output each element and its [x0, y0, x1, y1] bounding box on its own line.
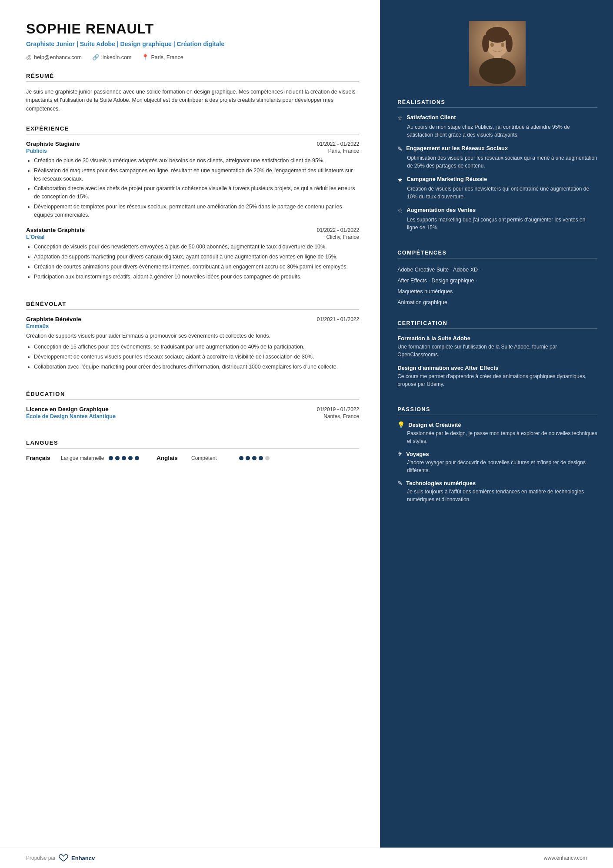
realisation-item-3: ★ Campagne Marketing Réussie Création de…: [397, 176, 597, 201]
exp-title-1: Graphiste Stagiaire: [26, 141, 80, 147]
passion-desc-1: Passionnée par le design, je passe mon t…: [397, 429, 597, 445]
cert-title-2: Design d'animation avec After Effects: [397, 365, 597, 371]
dot: [115, 456, 120, 460]
dot: [246, 456, 250, 460]
dot: [259, 456, 263, 460]
candidate-name: SOPHIE RENAULT: [26, 21, 359, 37]
dot: [239, 456, 243, 460]
lightbulb-icon: 💡: [397, 421, 405, 428]
realisation-title-4: Augmentation des Ventes: [406, 207, 476, 214]
pencil-icon-1: ✎: [397, 145, 403, 152]
cert-item-1: Formation à la Suite Adobe Une formation…: [397, 335, 597, 359]
benevolat-bullets: Conception de 15 affiches pour des événe…: [26, 343, 359, 371]
svg-point-7: [479, 58, 516, 84]
contact-location: 📍 Paris, France: [142, 54, 183, 60]
dot: [252, 456, 257, 460]
realisation-desc-2: Optimisation des visuels pour les réseau…: [397, 154, 597, 170]
exp-location-2: Clichy, France: [326, 234, 359, 240]
email-text: help@enhancv.com: [34, 54, 82, 60]
benevolat-item-1: Graphiste Bénévole 01/2021 - 01/2022 Emm…: [26, 316, 359, 371]
candidate-tagline: Graphiste Junior | Suite Adobe | Design …: [26, 40, 359, 49]
section-title-experience: EXPÉRIENCE: [26, 125, 359, 134]
left-column: SOPHIE RENAULT Graphiste Junior | Suite …: [0, 0, 380, 848]
realisation-item-1: ☆ Satisfaction Client Au cours de mon st…: [397, 114, 597, 139]
section-title-langues: LANGUES: [26, 439, 359, 449]
benevolat-header: Graphiste Bénévole 01/2021 - 01/2022: [26, 316, 359, 322]
edu-item-1: Licence en Design Graphique 01/2019 - 01…: [26, 406, 359, 419]
benevolat-dates: 01/2021 - 01/2022: [317, 316, 359, 322]
benevolat-desc: Création de supports visuels pour aider …: [26, 332, 359, 340]
realisation-header-4: ☆ Augmentation des Ventes: [397, 207, 597, 214]
bullet-item: Création de courtes animations pour dive…: [34, 263, 359, 271]
star-filled-icon: ★: [397, 176, 403, 183]
svg-point-5: [506, 35, 513, 52]
passion-header-1: 💡 Design et Créativité: [397, 421, 597, 428]
section-resume: RÉSUMÉ Je suis une graphiste junior pass…: [26, 73, 359, 113]
realisation-desc-4: Les supports marketing que j'ai conçus o…: [397, 216, 597, 231]
edu-header: Licence en Design Graphique 01/2019 - 01…: [26, 406, 359, 412]
location-text: Paris, France: [151, 54, 183, 60]
passion-item-2: ✈ Voyages J'adore voyager pour découvrir…: [397, 450, 597, 474]
section-benevolat: BÉNÉVOLAT Graphiste Bénévole 01/2021 - 0…: [26, 301, 359, 379]
lang-item-french: Français Langue maternelle: [26, 455, 139, 461]
dot: [128, 456, 133, 460]
passion-title-1: Design et Créativité: [408, 422, 461, 428]
tech-icon: ✎: [397, 479, 403, 486]
svg-point-3: [486, 27, 509, 43]
lang-dots-english: [239, 456, 270, 460]
exp-item-1: Graphiste Stagiaire 01/2022 - 01/2022 Pu…: [26, 141, 359, 219]
exp-title-2: Assistante Graphiste: [26, 227, 85, 233]
section-title-benevolat: BÉNÉVOLAT: [26, 301, 359, 310]
section-certification: CERTIFICATION Formation à la Suite Adobe…: [397, 320, 597, 394]
realisation-desc-3: Création de visuels pour des newsletters…: [397, 185, 597, 201]
section-langues: LANGUES Français Langue maternelle: [26, 439, 359, 461]
star-outline-icon-1: ☆: [397, 114, 403, 121]
svg-point-8: [490, 43, 494, 47]
skills-text: Adobe Creative Suite · Adobe XD · After …: [397, 265, 597, 308]
passion-title-2: Voyages: [406, 451, 429, 457]
dot: [135, 456, 139, 460]
location-icon: 📍: [142, 54, 149, 60]
skill-line-3: Maquettes numériques ·: [397, 288, 456, 295]
section-experience: EXPÉRIENCE Graphiste Stagiaire 01/2022 -…: [26, 125, 359, 288]
realisation-header-3: ★ Campagne Marketing Réussie: [397, 176, 597, 183]
star-outline-icon-2: ☆: [397, 207, 403, 214]
bullet-item: Participation aux brainstormings créatif…: [34, 273, 359, 281]
cert-title-1: Formation à la Suite Adobe: [397, 335, 597, 342]
passion-item-3: ✎ Technologies numériques Je suis toujou…: [397, 479, 597, 503]
lang-name-english: Anglais: [157, 455, 187, 461]
contact-linkedin: 🔗 linkedin.com: [92, 54, 131, 60]
section-title-resume: RÉSUMÉ: [26, 73, 359, 82]
realisation-title-2: Engagement sur les Réseaux Sociaux: [406, 145, 508, 152]
section-title-realisations: RÉALISATIONS: [397, 99, 597, 108]
section-title-education: ÉDUCATION: [26, 391, 359, 400]
realisation-item-4: ☆ Augmentation des Ventes Les supports m…: [397, 207, 597, 231]
exp-bullets-2: Conception de visuels pour des newslette…: [26, 243, 359, 281]
header: SOPHIE RENAULT Graphiste Junior | Suite …: [26, 21, 359, 73]
skill-line-1: Adobe Creative Suite · Adobe XD ·: [397, 267, 481, 273]
realisation-header-2: ✎ Engagement sur les Réseaux Sociaux: [397, 145, 597, 152]
lang-level-english: Compétent: [191, 455, 235, 461]
realisation-title-1: Satisfaction Client: [406, 114, 456, 121]
benevolat-company: Emmaüs: [26, 323, 49, 329]
bullet-item: Développement de templates pour les rése…: [34, 203, 359, 219]
passion-header-2: ✈ Voyages: [397, 450, 597, 457]
passion-title-3: Technologies numériques: [406, 480, 476, 486]
exp-location-1: Paris, France: [328, 148, 359, 154]
footer-logo-text: Enhancv: [71, 855, 95, 861]
bullet-item: Conception de visuels pour des newslette…: [34, 243, 359, 251]
contact-email: @ help@enhancv.com: [26, 54, 82, 60]
lang-level-french: Langue maternelle: [61, 455, 104, 461]
cert-item-2: Design d'animation avec After Effects Ce…: [397, 365, 597, 388]
exp-subheader-1: Publicis Paris, France: [26, 148, 359, 154]
lang-row: Français Langue maternelle Anglais Compé…: [26, 455, 359, 461]
email-icon: @: [26, 54, 32, 60]
edu-subheader: École de Design Nantes Atlantique Nantes…: [26, 413, 359, 419]
footer-left: Propulsé par Enhancv: [26, 854, 95, 862]
contact-bar: @ help@enhancv.com 🔗 linkedin.com 📍 Pari…: [26, 54, 359, 60]
dot: [122, 456, 126, 460]
passion-item-1: 💡 Design et Créativité Passionnée par le…: [397, 421, 597, 445]
enhancv-heart-icon: [58, 854, 69, 862]
realisation-desc-1: Au cours de mon stage chez Publicis, j'a…: [397, 123, 597, 139]
linkedin-icon: 🔗: [92, 54, 99, 60]
